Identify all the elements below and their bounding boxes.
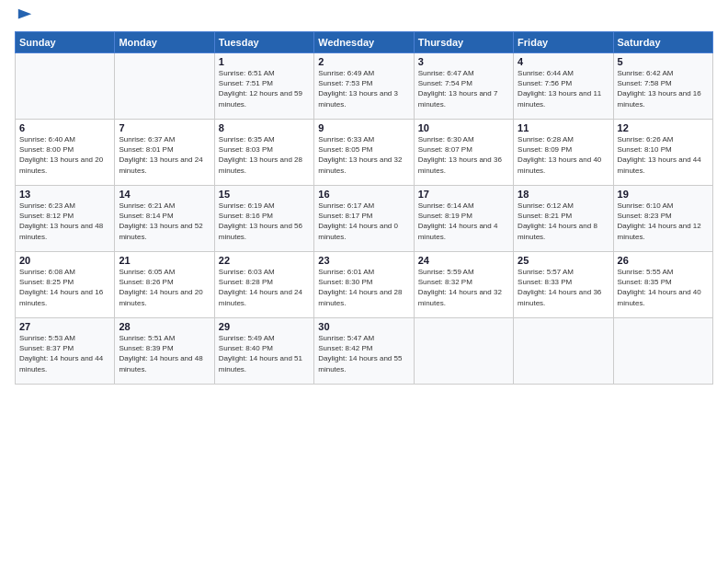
- calendar-cell: 13Sunrise: 6:23 AM Sunset: 8:12 PM Dayli…: [16, 186, 115, 252]
- calendar-cell: 25Sunrise: 5:57 AM Sunset: 8:33 PM Dayli…: [514, 252, 613, 318]
- day-info: Sunrise: 6:14 AM Sunset: 8:19 PM Dayligh…: [418, 201, 509, 242]
- day-info: Sunrise: 5:57 AM Sunset: 8:33 PM Dayligh…: [518, 267, 609, 308]
- day-number: 30: [318, 321, 409, 332]
- svg-marker-0: [18, 9, 31, 19]
- calendar-cell: 26Sunrise: 5:55 AM Sunset: 8:35 PM Dayli…: [613, 252, 712, 318]
- day-number: 25: [518, 255, 609, 266]
- day-info: Sunrise: 5:47 AM Sunset: 8:42 PM Dayligh…: [318, 333, 409, 374]
- day-number: 10: [418, 122, 509, 133]
- calendar-cell: 9Sunrise: 6:33 AM Sunset: 8:05 PM Daylig…: [314, 120, 414, 186]
- day-number: 11: [518, 122, 609, 133]
- week-row-4: 20Sunrise: 6:08 AM Sunset: 8:25 PM Dayli…: [16, 252, 713, 318]
- day-number: 9: [318, 122, 409, 133]
- day-info: Sunrise: 6:28 AM Sunset: 8:09 PM Dayligh…: [518, 134, 609, 176]
- day-number: 13: [19, 189, 110, 200]
- calendar-cell: 11Sunrise: 6:28 AM Sunset: 8:09 PM Dayli…: [514, 120, 613, 186]
- day-info: Sunrise: 6:33 AM Sunset: 8:05 PM Dayligh…: [318, 134, 409, 176]
- day-info: Sunrise: 5:59 AM Sunset: 8:32 PM Dayligh…: [418, 267, 509, 308]
- day-number: 21: [119, 255, 210, 266]
- day-info: Sunrise: 6:19 AM Sunset: 8:16 PM Dayligh…: [219, 201, 310, 242]
- day-info: Sunrise: 5:53 AM Sunset: 8:37 PM Dayligh…: [19, 333, 110, 374]
- day-info: Sunrise: 6:35 AM Sunset: 8:03 PM Dayligh…: [219, 134, 310, 176]
- day-number: 3: [418, 56, 509, 67]
- day-number: 7: [119, 122, 210, 133]
- week-row-2: 6Sunrise: 6:40 AM Sunset: 8:00 PM Daylig…: [16, 120, 713, 186]
- calendar-cell: 4Sunrise: 6:44 AM Sunset: 7:56 PM Daylig…: [514, 53, 613, 120]
- calendar-cell: 20Sunrise: 6:08 AM Sunset: 8:25 PM Dayli…: [16, 252, 115, 318]
- calendar-cell: 10Sunrise: 6:30 AM Sunset: 8:07 PM Dayli…: [414, 120, 513, 186]
- day-number: 14: [119, 189, 210, 200]
- day-number: 18: [518, 189, 609, 200]
- day-info: Sunrise: 6:47 AM Sunset: 7:54 PM Dayligh…: [418, 68, 509, 109]
- calendar-cell: 30Sunrise: 5:47 AM Sunset: 8:42 PM Dayli…: [314, 318, 414, 385]
- day-info: Sunrise: 6:23 AM Sunset: 8:12 PM Dayligh…: [19, 201, 110, 242]
- day-info: Sunrise: 6:40 AM Sunset: 8:00 PM Dayligh…: [19, 134, 110, 176]
- calendar-cell: 17Sunrise: 6:14 AM Sunset: 8:19 PM Dayli…: [414, 186, 513, 252]
- calendar-table: SundayMondayTuesdayWednesdayThursdayFrid…: [15, 31, 713, 385]
- day-number: 8: [219, 122, 310, 133]
- calendar-cell: 12Sunrise: 6:26 AM Sunset: 8:10 PM Dayli…: [613, 120, 712, 186]
- logo: [15, 11, 33, 24]
- calendar-cell: 22Sunrise: 6:03 AM Sunset: 8:28 PM Dayli…: [214, 252, 313, 318]
- day-number: 4: [518, 56, 609, 67]
- day-info: Sunrise: 6:03 AM Sunset: 8:28 PM Dayligh…: [219, 267, 310, 308]
- day-info: Sunrise: 6:26 AM Sunset: 8:10 PM Dayligh…: [618, 134, 709, 176]
- day-number: 20: [19, 255, 110, 266]
- calendar-cell: 15Sunrise: 6:19 AM Sunset: 8:16 PM Dayli…: [214, 186, 313, 252]
- week-row-5: 27Sunrise: 5:53 AM Sunset: 8:37 PM Dayli…: [16, 318, 713, 385]
- header-friday: Friday: [514, 32, 613, 53]
- day-number: 16: [318, 189, 409, 200]
- day-number: 5: [618, 56, 709, 67]
- header-thursday: Thursday: [414, 32, 513, 53]
- calendar-cell: 8Sunrise: 6:35 AM Sunset: 8:03 PM Daylig…: [214, 120, 313, 186]
- calendar-cell: 5Sunrise: 6:42 AM Sunset: 7:58 PM Daylig…: [613, 53, 712, 120]
- day-info: Sunrise: 6:12 AM Sunset: 8:21 PM Dayligh…: [518, 201, 609, 242]
- header-saturday: Saturday: [613, 32, 712, 53]
- day-info: Sunrise: 6:05 AM Sunset: 8:26 PM Dayligh…: [119, 267, 210, 308]
- calendar-cell: 2Sunrise: 6:49 AM Sunset: 7:53 PM Daylig…: [314, 53, 414, 120]
- calendar-cell: 3Sunrise: 6:47 AM Sunset: 7:54 PM Daylig…: [414, 53, 513, 120]
- calendar-cell: 7Sunrise: 6:37 AM Sunset: 8:01 PM Daylig…: [115, 120, 214, 186]
- logo-flag-icon: [17, 7, 33, 24]
- day-info: Sunrise: 6:08 AM Sunset: 8:25 PM Dayligh…: [19, 267, 110, 308]
- header-sunday: Sunday: [16, 32, 115, 53]
- day-number: 15: [219, 189, 310, 200]
- day-info: Sunrise: 6:49 AM Sunset: 7:53 PM Dayligh…: [318, 68, 409, 109]
- day-number: 26: [618, 255, 709, 266]
- calendar-cell: 23Sunrise: 6:01 AM Sunset: 8:30 PM Dayli…: [314, 252, 414, 318]
- page: SundayMondayTuesdayWednesdayThursdayFrid…: [0, 0, 728, 563]
- day-number: 22: [219, 255, 310, 266]
- calendar-cell: [16, 53, 115, 120]
- header-tuesday: Tuesday: [214, 32, 313, 53]
- calendar-cell: [613, 318, 712, 385]
- calendar-header-row: SundayMondayTuesdayWednesdayThursdayFrid…: [16, 32, 713, 53]
- calendar-cell: 29Sunrise: 5:49 AM Sunset: 8:40 PM Dayli…: [214, 318, 313, 385]
- day-info: Sunrise: 6:37 AM Sunset: 8:01 PM Dayligh…: [119, 134, 210, 176]
- calendar-cell: 6Sunrise: 6:40 AM Sunset: 8:00 PM Daylig…: [16, 120, 115, 186]
- calendar-cell: [514, 318, 613, 385]
- calendar-cell: 16Sunrise: 6:17 AM Sunset: 8:17 PM Dayli…: [314, 186, 414, 252]
- calendar-cell: 28Sunrise: 5:51 AM Sunset: 8:39 PM Dayli…: [115, 318, 214, 385]
- calendar-cell: [414, 318, 513, 385]
- day-info: Sunrise: 5:55 AM Sunset: 8:35 PM Dayligh…: [618, 267, 709, 308]
- calendar-cell: 14Sunrise: 6:21 AM Sunset: 8:14 PM Dayli…: [115, 186, 214, 252]
- day-number: 29: [219, 321, 310, 332]
- day-number: 2: [318, 56, 409, 67]
- day-number: 24: [418, 255, 509, 266]
- day-info: Sunrise: 5:51 AM Sunset: 8:39 PM Dayligh…: [119, 333, 210, 374]
- day-number: 12: [618, 122, 709, 133]
- day-info: Sunrise: 6:51 AM Sunset: 7:51 PM Dayligh…: [219, 68, 310, 109]
- calendar-cell: 19Sunrise: 6:10 AM Sunset: 8:23 PM Dayli…: [613, 186, 712, 252]
- day-number: 1: [219, 56, 310, 67]
- day-info: Sunrise: 5:49 AM Sunset: 8:40 PM Dayligh…: [219, 333, 310, 374]
- day-info: Sunrise: 6:10 AM Sunset: 8:23 PM Dayligh…: [618, 201, 709, 242]
- header-wednesday: Wednesday: [314, 32, 414, 53]
- calendar-cell: [115, 53, 214, 120]
- day-info: Sunrise: 6:44 AM Sunset: 7:56 PM Dayligh…: [518, 68, 609, 109]
- day-info: Sunrise: 6:30 AM Sunset: 8:07 PM Dayligh…: [418, 134, 509, 176]
- day-info: Sunrise: 6:17 AM Sunset: 8:17 PM Dayligh…: [318, 201, 409, 242]
- calendar-cell: 21Sunrise: 6:05 AM Sunset: 8:26 PM Dayli…: [115, 252, 214, 318]
- header: [15, 11, 713, 24]
- calendar-cell: 24Sunrise: 5:59 AM Sunset: 8:32 PM Dayli…: [414, 252, 513, 318]
- day-info: Sunrise: 6:42 AM Sunset: 7:58 PM Dayligh…: [618, 68, 709, 109]
